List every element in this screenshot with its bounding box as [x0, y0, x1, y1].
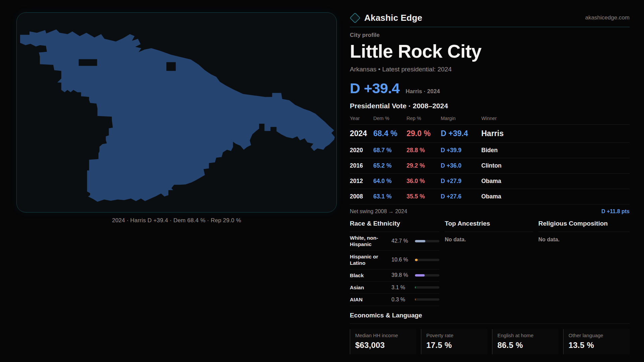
ancestries-empty: No data.: [445, 237, 533, 243]
margin-cell: D +39.4: [441, 129, 481, 138]
race-row: White, non-Hispanic 42.7 %: [350, 232, 439, 251]
brand-name: Akashic Edge: [364, 13, 422, 23]
table-row: 2016 65.2 % 29.2 % D +36.0 Clinton: [350, 158, 630, 174]
city-title: Little Rock City: [350, 41, 630, 62]
table-row: 2008 63.1 % 35.5 % D +27.6 Obama: [350, 189, 630, 204]
dem-cell: 68.7 %: [373, 147, 407, 154]
table-row: 2020 68.7 % 28.8 % D +39.9 Biden: [350, 143, 630, 158]
rep-cell: 35.5 %: [407, 193, 441, 200]
rep-cell: 29.2 %: [407, 162, 441, 169]
rep-cell: 28.8 %: [407, 147, 441, 154]
race-value: 0.3 %: [391, 297, 415, 303]
header-divider: [350, 27, 630, 27]
map-enclave-notch: [166, 62, 176, 71]
subtitle: Arkansas • Latest presidential: 2024: [350, 66, 630, 73]
stat-label: Other language: [569, 333, 627, 338]
site-domain-link[interactable]: akashicedge.com: [585, 14, 630, 21]
year-cell: 2024: [350, 129, 373, 138]
race-label: AIAN: [350, 296, 391, 303]
race-row: Asian 3.1 %: [350, 282, 439, 294]
race-row: Black 39.8 %: [350, 269, 439, 282]
rep-cell: 36.0 %: [407, 178, 441, 185]
elections-heading: Presidential Vote · 2008–2024: [350, 102, 630, 110]
dem-cell: 68.4 %: [373, 129, 407, 138]
winner-cell: Harris: [481, 129, 630, 138]
dem-cell: 64.0 %: [373, 178, 407, 185]
diamond-logo-icon: [350, 12, 361, 23]
col-year: Year: [350, 116, 373, 121]
margin-cell: D +39.9: [441, 147, 481, 154]
stat-value: $63,003: [355, 341, 414, 350]
religion-heading: Religious Composition: [538, 220, 630, 232]
stat-label: English at home: [497, 333, 556, 338]
elections-table: Year Dem % Rep % Margin Winner 2024 68.4…: [350, 114, 630, 204]
winner-cell: Obama: [481, 178, 630, 185]
stat-card: Median HH income $63,003: [350, 329, 416, 354]
religion-section: Religious Composition No data.: [538, 220, 630, 306]
race-bar: [415, 286, 439, 289]
year-cell: 2020: [350, 147, 373, 154]
race-value: 39.8 %: [391, 272, 415, 278]
race-label: Asian: [350, 284, 391, 291]
col-margin: Margin: [441, 116, 481, 121]
race-value: 10.6 %: [391, 257, 415, 263]
stat-value: 86.5 %: [497, 341, 556, 350]
race-label: White, non-Hispanic: [350, 235, 391, 248]
col-rep: Rep %: [407, 116, 441, 121]
stat-label: Poverty rate: [426, 333, 485, 338]
race-bar: [415, 274, 439, 277]
winner-cell: Clinton: [481, 162, 630, 169]
race-bar: [415, 259, 439, 261]
race-heading: Race & Ethnicity: [350, 220, 439, 232]
race-row: AIAN 0.3 %: [350, 294, 439, 306]
race-row: Hispanic or Latino 10.6 %: [350, 251, 439, 269]
net-swing-label: Net swing 2008 → 2024: [350, 208, 407, 215]
stat-card: English at home 86.5 %: [492, 329, 558, 354]
stat-value: 13.5 %: [569, 341, 627, 350]
city-boundary-map: [16, 12, 337, 213]
headline-margin: D +39.4 Harris · 2024: [350, 80, 630, 97]
table-row: 2012 64.0 % 36.0 % D +27.9 Obama: [350, 174, 630, 189]
race-label: Black: [350, 272, 391, 279]
ancestries-section: Top Ancestries No data.: [445, 220, 533, 306]
map-caption: 2024 · Harris D +39.4 · Dem 68.4 % · Rep…: [16, 217, 337, 224]
economics-heading: Economics & Language: [350, 312, 630, 324]
year-cell: 2016: [350, 162, 373, 169]
col-dem: Dem %: [373, 116, 407, 121]
race-bar: [415, 240, 439, 242]
demographics-grid: Race & Ethnicity White, non-Hispanic 42.…: [350, 220, 630, 306]
race-ethnicity-section: Race & Ethnicity White, non-Hispanic 42.…: [350, 220, 439, 306]
net-swing-row: Net swing 2008 → 2024 D +11.8 pts: [350, 208, 630, 215]
margin-cell: D +27.6: [441, 193, 481, 200]
table-header-row: Year Dem % Rep % Margin Winner: [350, 114, 630, 125]
stat-value: 17.5 %: [426, 341, 485, 350]
dem-cell: 65.2 %: [373, 162, 407, 169]
winner-cell: Obama: [481, 193, 630, 200]
map-enclave-notch: [79, 59, 97, 66]
religion-empty: No data.: [538, 237, 630, 243]
margin-value: D +39.4: [350, 80, 399, 97]
race-value: 42.7 %: [391, 238, 415, 244]
ancestries-heading: Top Ancestries: [445, 220, 533, 232]
rep-cell: 29.0 %: [407, 129, 441, 138]
year-cell: 2008: [350, 193, 373, 200]
margin-cell: D +27.9: [441, 178, 481, 185]
stat-label: Median HH income: [355, 333, 414, 338]
net-swing-value: D +11.8 pts: [601, 208, 630, 215]
margin-cell: D +36.0: [441, 162, 481, 169]
profile-panel: Akashic Edge akashicedge.com City profil…: [350, 10, 630, 362]
year-cell: 2012: [350, 178, 373, 185]
city-boundary-shape: [20, 29, 335, 202]
kicker: City profile: [350, 32, 630, 39]
city-boundary-svg: [17, 13, 336, 212]
table-row: 2024 68.4 % 29.0 % D +39.4 Harris: [350, 125, 630, 143]
stat-card: Other language 13.5 %: [563, 329, 630, 354]
race-value: 3.1 %: [391, 285, 415, 291]
brand: Akashic Edge: [350, 13, 422, 23]
economics-stats: Median HH income $63,003 Poverty rate 17…: [350, 329, 630, 354]
col-winner: Winner: [481, 116, 630, 121]
race-label: Hispanic or Latino: [350, 253, 391, 266]
dem-cell: 63.1 %: [373, 193, 407, 200]
page: 2024 · Harris D +39.4 · Dem 68.4 % · Rep…: [0, 0, 644, 362]
winner-cell: Biden: [481, 147, 630, 154]
